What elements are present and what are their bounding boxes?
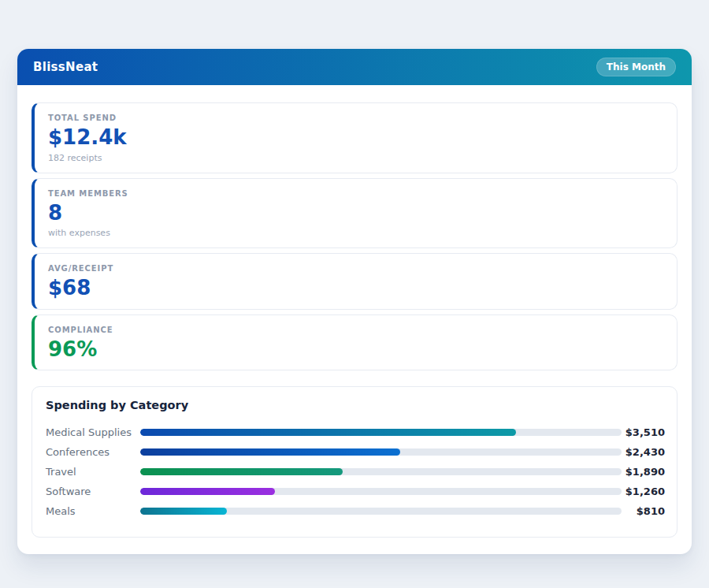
stat-subtext: with expenses: [48, 228, 663, 238]
category-value: $2,430: [622, 446, 665, 458]
category-value: $810: [622, 505, 665, 517]
category-bar-fill: [140, 429, 516, 436]
category-bar-track: [140, 488, 622, 495]
dashboard-content: TOTAL SPEND $12.4k 182 receipts TEAM MEM…: [17, 85, 692, 554]
spending-by-category-card: Spending by Category Medical Supplies $3…: [32, 386, 677, 538]
stat-card: TOTAL SPEND $12.4k 182 receipts: [32, 102, 677, 173]
stat-card: AVG/RECEIPT $68: [32, 253, 677, 310]
stat-label: TEAM MEMBERS: [48, 189, 663, 198]
category-bar-track: [140, 508, 622, 515]
category-bar-fill: [140, 488, 275, 495]
category-bar-fill: [140, 468, 343, 475]
category-row: Medical Supplies $3,510: [46, 422, 665, 442]
category-label: Travel: [46, 466, 140, 478]
category-row: Travel $1,890: [46, 462, 665, 482]
category-value: $1,260: [622, 486, 665, 497]
expense-dashboard-card: BlissNeat This Month TOTAL SPEND $12.4k …: [17, 49, 692, 554]
category-row: Conferences $2,430: [46, 442, 665, 462]
category-label: Software: [46, 486, 140, 497]
stat-value: $12.4k: [48, 126, 663, 149]
category-label: Meals: [46, 505, 140, 517]
category-bar-list: Medical Supplies $3,510 Conferences $2,4…: [46, 422, 665, 521]
category-bar-fill: [140, 448, 400, 456]
stat-card: COMPLIANCE 96%: [32, 314, 677, 371]
app-header: BlissNeat This Month: [17, 49, 692, 85]
app-title: BlissNeat: [33, 60, 98, 74]
stat-label: COMPLIANCE: [48, 326, 663, 334]
category-label: Conferences: [46, 446, 140, 458]
category-bar-fill: [140, 508, 227, 515]
stat-label: AVG/RECEIPT: [48, 264, 663, 273]
stat-card: TEAM MEMBERS 8 with expenses: [32, 178, 677, 249]
period-badge[interactable]: This Month: [596, 58, 676, 76]
category-bar-track: [140, 448, 622, 456]
category-value: $1,890: [622, 466, 665, 478]
spending-title: Spending by Category: [46, 399, 665, 411]
stat-cards: TOTAL SPEND $12.4k 182 receipts TEAM MEM…: [32, 102, 677, 370]
stat-value: 96%: [48, 338, 663, 361]
category-value: $3,510: [622, 426, 665, 438]
category-row: Software $1,260: [46, 482, 665, 501]
stat-subtext: 182 receipts: [48, 153, 663, 163]
stat-value: 8: [48, 202, 663, 225]
category-label: Medical Supplies: [46, 426, 140, 438]
stat-value: $68: [48, 277, 663, 300]
category-bar-track: [140, 429, 622, 436]
stat-label: TOTAL SPEND: [48, 114, 663, 122]
category-row: Meals $810: [46, 501, 665, 521]
category-bar-track: [140, 468, 622, 475]
